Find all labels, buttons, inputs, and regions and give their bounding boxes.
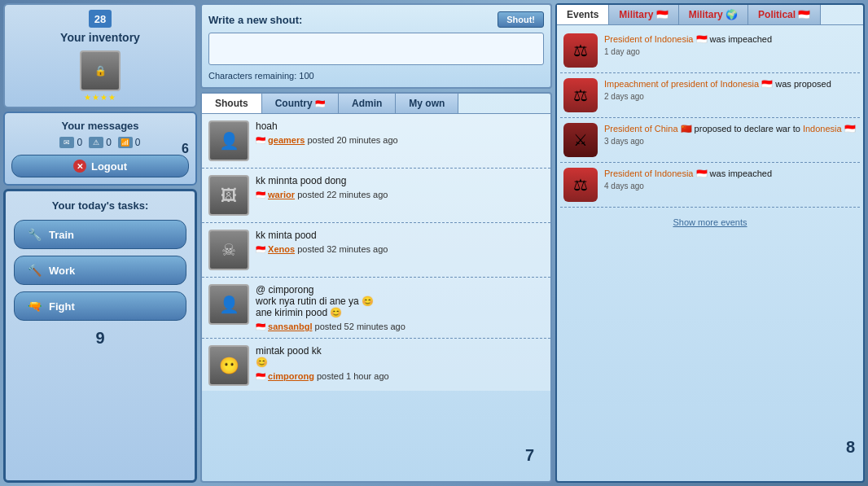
alert-count-item: ⚠ 0 xyxy=(89,137,112,148)
label-7: 7 xyxy=(525,446,534,465)
shout-text: @ cimporongwork nya rutin di ane ya 😊ane… xyxy=(256,284,544,318)
event-content: Impeachment of president of Indonesia 🇮🇩… xyxy=(604,78,857,101)
shout-content: hoah 🇮🇩 geamers posted 20 minutes ago xyxy=(256,120,544,161)
friend-count: 0 xyxy=(135,137,141,148)
shout-item: 👤 hoah 🇮🇩 geamers posted 20 minutes ago xyxy=(202,114,550,169)
event-item: ⚖ President of Indonesia 🇮🇩 was impeache… xyxy=(560,163,860,208)
shout-username[interactable]: Xenos xyxy=(268,244,295,254)
friend-icon: 📶 xyxy=(118,137,133,148)
logout-label: Logout xyxy=(91,160,127,173)
train-icon: 🔧 xyxy=(26,226,42,243)
event-action-link[interactable]: Impeachment of president of Indonesia xyxy=(604,79,759,89)
shout-content: @ cimporongwork nya rutin di ane ya 😊ane… xyxy=(256,284,544,331)
shout-item: 🖼 kk minnta pood dong 🇮🇩 warior posted 2… xyxy=(202,169,550,223)
shout-item: 😶 mintak pood kk😊 🇮🇩 cimporong posted 1 … xyxy=(202,339,550,391)
messages-box: Your messages ✉ 0 ⚠ 0 📶 0 ✕ Logout xyxy=(3,112,197,186)
train-button[interactable]: 🔧 Train xyxy=(14,220,186,249)
event-icon: ⚖ xyxy=(563,168,598,202)
event-time: 2 days ago xyxy=(604,92,857,101)
center-panel: Write a new shout: Shout! Characters rem… xyxy=(200,3,552,483)
show-more-events[interactable]: Show more events xyxy=(557,211,863,234)
shout-username[interactable]: geamers xyxy=(268,135,305,145)
train-label: Train xyxy=(49,229,74,241)
event-text: President of Indonesia 🇮🇩 was impeached xyxy=(604,168,857,180)
shout-avatar: 🖼 xyxy=(208,175,249,216)
tab-political[interactable]: Political 🇮🇩 xyxy=(748,5,821,24)
event-item: ⚔ President of China 🇨🇳 proposed to decl… xyxy=(560,118,860,163)
event-content: President of Indonesia 🇮🇩 was impeached … xyxy=(604,168,857,190)
tab-admin[interactable]: Admin xyxy=(339,94,396,113)
shout-content: mintak pood kk😊 🇮🇩 cimporong posted 1 ho… xyxy=(256,345,544,386)
shout-content: kk minta pood 🇮🇩 Xenos posted 32 minutes… xyxy=(256,230,544,270)
message-counts: ✉ 0 ⚠ 0 📶 0 xyxy=(11,137,189,148)
work-icon: 🔨 xyxy=(26,262,42,278)
inventory-item: 🔒 xyxy=(80,50,121,91)
shout-avatar: ☠ xyxy=(208,230,249,270)
shout-username[interactable]: warior xyxy=(268,190,295,199)
shout-item: 👤 @ cimporongwork nya rutin di ane ya 😊a… xyxy=(202,278,550,339)
work-label: Work xyxy=(49,265,75,277)
event-time: 4 days ago xyxy=(604,182,857,190)
shout-meta: 🇮🇩 geamers posted 20 minutes ago xyxy=(256,135,544,145)
shout-flag: 🇮🇩 xyxy=(256,322,265,331)
tab-military-world[interactable]: Military 🌍 xyxy=(679,5,748,24)
shouts-list: 👤 hoah 🇮🇩 geamers posted 20 minutes ago … xyxy=(202,114,550,391)
shout-meta: 🇮🇩 cimporong posted 1 hour ago xyxy=(256,371,544,381)
shout-avatar: 👤 xyxy=(208,120,249,161)
event-text: President of China 🇨🇳 proposed to declar… xyxy=(604,123,857,135)
shout-flag: 🇮🇩 xyxy=(256,136,265,145)
inventory-box: 28 Your inventory 🔒 ★★★★ xyxy=(3,3,197,108)
inventory-stars: ★★★★ xyxy=(10,93,191,102)
shout-button[interactable]: Shout! xyxy=(498,11,544,28)
shout-content: kk minnta pood dong 🇮🇩 warior posted 22 … xyxy=(256,175,544,216)
tab-military-country[interactable]: Military 🇮🇩 xyxy=(609,5,678,24)
shout-username[interactable]: cimporong xyxy=(268,371,314,381)
shouts-panel: Shouts Country 🇮🇩 Admin My own 👤 hoah 🇮🇩… xyxy=(200,92,552,483)
shout-avatar: 😶 xyxy=(208,345,249,386)
label-6: 6 xyxy=(182,142,189,156)
logout-x-icon: ✕ xyxy=(73,160,86,173)
shouts-tabs-row: Shouts Country 🇮🇩 Admin My own xyxy=(202,94,550,114)
events-tabs-row: Events Military 🇮🇩 Military 🌍 Political … xyxy=(557,5,863,25)
left-sidebar: 28 Your inventory 🔒 ★★★★ Your messages ✉… xyxy=(3,3,197,483)
fight-button[interactable]: 🔫 Fight xyxy=(14,291,186,321)
shout-username[interactable]: sansanbgl xyxy=(268,322,312,331)
shout-avatar: 👤 xyxy=(208,284,249,325)
tab-events[interactable]: Events xyxy=(557,5,609,24)
event-list: ⚖ President of Indonesia 🇮🇩 was impeache… xyxy=(557,25,863,211)
shout-text: hoah xyxy=(256,120,544,132)
event-item: ⚖ President of Indonesia 🇮🇩 was impeache… xyxy=(560,28,860,73)
event-content: President of China 🇨🇳 proposed to declar… xyxy=(604,123,857,146)
shout-time: posted 1 hour ago xyxy=(317,371,389,381)
inventory-badge: 28 xyxy=(89,10,112,28)
event-action-link[interactable]: President of China xyxy=(604,124,678,134)
shout-flag: 🇮🇩 xyxy=(256,372,265,381)
shout-title: Write a new shout: xyxy=(208,14,302,26)
logout-button[interactable]: ✕ Logout xyxy=(11,155,189,177)
tab-shouts[interactable]: Shouts xyxy=(202,94,262,113)
alert-icon: ⚠ xyxy=(89,137,103,148)
fight-icon: 🔫 xyxy=(26,298,42,314)
shout-meta: 🇮🇩 warior posted 22 minutes ago xyxy=(256,190,544,199)
shout-time: posted 20 minutes ago xyxy=(307,135,397,145)
shout-text: kk minta pood xyxy=(256,230,544,241)
event-text: President of Indonesia 🇮🇩 was impeached xyxy=(604,33,857,46)
alert-count: 0 xyxy=(106,137,112,148)
work-button[interactable]: 🔨 Work xyxy=(14,256,186,285)
events-box: Events Military 🇮🇩 Military 🌍 Political … xyxy=(555,3,865,483)
friend-count-item: 📶 0 xyxy=(118,137,141,148)
shout-item: ☠ kk minta pood 🇮🇩 Xenos posted 32 minut… xyxy=(202,223,550,278)
inbox-icon: ✉ xyxy=(59,137,74,148)
shout-meta: 🇮🇩 sansanbgl posted 52 minutes ago xyxy=(256,322,544,331)
shout-textarea[interactable] xyxy=(208,33,544,65)
event-icon: ⚖ xyxy=(563,78,598,112)
tab-my-own[interactable]: My own xyxy=(396,94,458,113)
shout-text: kk minnta pood dong xyxy=(256,175,544,186)
shout-text: mintak pood kk😊 xyxy=(256,345,544,368)
event-action-link[interactable]: President of Indonesia xyxy=(604,169,693,178)
event-target-link[interactable]: Indonesia xyxy=(803,124,842,134)
event-action-link[interactable]: President of Indonesia xyxy=(604,34,693,44)
fight-label: Fight xyxy=(49,300,75,313)
tab-country[interactable]: Country 🇮🇩 xyxy=(262,94,339,113)
event-icon: ⚔ xyxy=(563,123,598,157)
